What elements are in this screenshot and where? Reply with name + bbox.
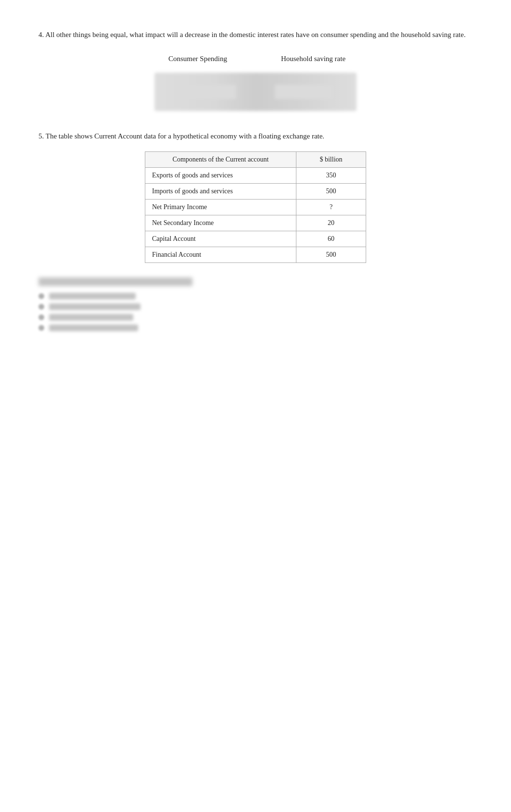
question-4-body: All other things being equal, what impac…: [45, 31, 466, 38]
col-consumer-spending: Consumer Spending: [159, 55, 236, 63]
blurred-list-item: [38, 314, 473, 321]
row-net-secondary-label: Net Secondary Income: [145, 215, 296, 231]
row-exports-label: Exports of goods and services: [145, 168, 296, 184]
table-row: Financial Account 500: [145, 247, 366, 263]
q4-blurred-block: [154, 73, 357, 111]
blurred-list-item: [38, 293, 473, 300]
blurred-cell-1: [179, 85, 236, 99]
blurred-bullet: [38, 304, 44, 310]
question-5: 5. The table shows Current Account data …: [38, 130, 473, 331]
question-5-number: 5.: [38, 132, 44, 140]
blurred-text: [49, 314, 133, 321]
blurred-bullet: [38, 325, 44, 331]
table-row: Net Secondary Income 20: [145, 215, 366, 231]
col-household-saving: Household saving rate: [275, 55, 352, 63]
blurred-list: [38, 293, 473, 331]
row-imports-label: Imports of goods and services: [145, 184, 296, 200]
blurred-title: [38, 277, 192, 286]
row-capital-label: Capital Account: [145, 231, 296, 247]
blurred-bullet: [38, 314, 44, 320]
row-exports-value: 350: [296, 168, 366, 184]
blurred-bullet: [38, 293, 44, 299]
table-header-row: Components of the Current account $ bill…: [145, 152, 366, 168]
row-net-secondary-value: 20: [296, 215, 366, 231]
blurred-text: [49, 303, 141, 310]
blurred-list-item: [38, 325, 473, 331]
question-4-text: 4. All other things being equal, what im…: [38, 29, 473, 40]
row-financial-label: Financial Account: [145, 247, 296, 263]
table-row: Imports of goods and services 500: [145, 184, 366, 200]
question-4: 4. All other things being equal, what im…: [38, 29, 473, 111]
row-capital-value: 60: [296, 231, 366, 247]
table-col2-header: $ billion: [296, 152, 366, 168]
row-financial-value: 500: [296, 247, 366, 263]
q4-column-headers: Consumer Spending Household saving rate: [38, 55, 473, 63]
table-row: Net Primary Income ?: [145, 200, 366, 215]
table-col1-header: Components of the Current account: [145, 152, 296, 168]
blurred-bottom-section: [38, 277, 473, 331]
current-account-table: Components of the Current account $ bill…: [145, 151, 366, 263]
row-imports-value: 500: [296, 184, 366, 200]
row-net-primary-value: ?: [296, 200, 366, 215]
question-5-body: The table shows Current Account data for…: [46, 132, 324, 140]
table-row: Exports of goods and services 350: [145, 168, 366, 184]
q4-blurred-answers: [38, 73, 473, 111]
question-4-number: 4.: [38, 31, 44, 38]
question-5-text: 5. The table shows Current Account data …: [38, 130, 473, 142]
blurred-text: [49, 325, 138, 331]
row-net-primary-label: Net Primary Income: [145, 200, 296, 215]
blurred-list-item: [38, 303, 473, 310]
blurred-cell-2: [275, 85, 332, 99]
q5-table-container: Components of the Current account $ bill…: [38, 151, 473, 263]
table-row: Capital Account 60: [145, 231, 366, 247]
blurred-text: [49, 293, 136, 300]
